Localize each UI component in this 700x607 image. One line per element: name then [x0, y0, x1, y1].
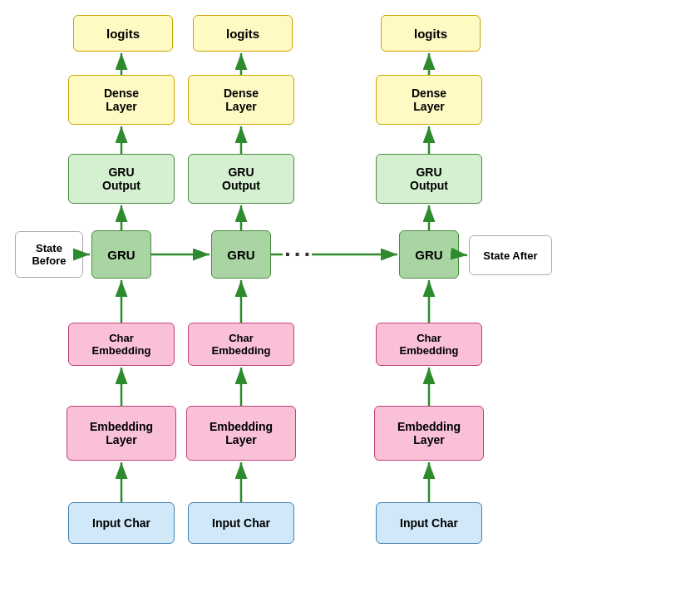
input-char-1: Input Char [68, 502, 175, 544]
embedding-layer-3: EmbeddingLayer [374, 406, 484, 461]
input-char-3: Input Char [376, 502, 482, 544]
gru-1: GRU [91, 230, 151, 279]
char-embedding-3: CharEmbedding [376, 323, 482, 366]
embedding-layer-2: EmbeddingLayer [186, 406, 296, 461]
logits-1: logits [73, 15, 173, 52]
state-after: State After [469, 235, 552, 275]
input-char-2: Input Char [188, 502, 294, 544]
logits-3: logits [381, 15, 481, 52]
gru-3: GRU [399, 230, 459, 279]
dense-layer-1: DenseLayer [68, 75, 175, 125]
diagram: logits logits logits DenseLayer DenseLay… [0, 0, 700, 607]
gru-2: GRU [211, 230, 271, 279]
state-before: StateBefore [15, 231, 83, 278]
gru-output-3: GRUOutput [376, 154, 482, 204]
dense-layer-3: DenseLayer [376, 75, 482, 125]
gru-output-1: GRUOutput [68, 154, 175, 204]
char-embedding-1: CharEmbedding [68, 323, 175, 366]
logits-2: logits [193, 15, 293, 52]
dense-layer-2: DenseLayer [188, 75, 294, 125]
gru-output-2: GRUOutput [188, 154, 294, 204]
svg-line-5 [459, 254, 467, 255]
ellipsis: ··· [284, 241, 313, 268]
embedding-layer-1: EmbeddingLayer [67, 406, 176, 461]
char-embedding-2: CharEmbedding [188, 323, 294, 366]
